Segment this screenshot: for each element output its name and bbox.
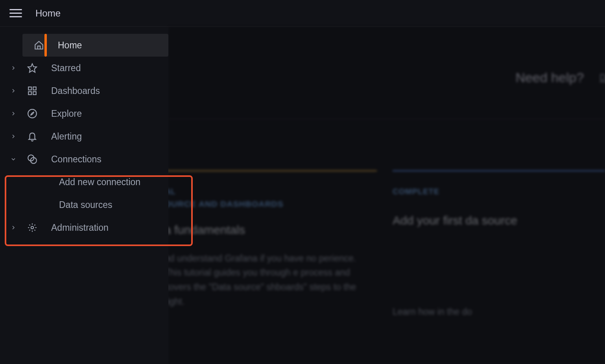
svg-point-7: [31, 226, 34, 229]
chevron-right-icon: [10, 133, 17, 140]
bell-icon: [27, 131, 37, 142]
svg-rect-2: [28, 92, 31, 95]
svg-rect-1: [33, 87, 36, 90]
sidebar-item-alerting[interactable]: Alerting: [0, 125, 168, 148]
sidebar-item-label: Starred: [51, 63, 81, 74]
chevron-right-icon: [10, 110, 17, 117]
sidebar-subitem-data-sources[interactable]: Data sources: [0, 193, 168, 216]
chevron-down-icon: [10, 156, 17, 162]
svg-rect-3: [33, 92, 36, 95]
chevron-right-icon: [10, 224, 17, 231]
svg-point-4: [28, 109, 37, 118]
sidebar-subitem-add-connection[interactable]: Add new connection: [0, 171, 168, 193]
gear-icon: [27, 222, 37, 233]
compass-icon: [27, 108, 37, 119]
sidebar-item-label: Explore: [51, 108, 82, 119]
svg-rect-0: [28, 87, 31, 90]
sidebar-item-label: Connections: [51, 154, 101, 165]
home-icon: [34, 40, 44, 50]
menu-toggle[interactable]: [8, 7, 24, 19]
sidebar-item-label: Alerting: [51, 131, 82, 142]
main-content: Need help? Docu AL OURCE AND DASHBOARDS …: [168, 27, 605, 364]
sidebar-subitem-label: Add new connection: [59, 177, 140, 188]
breadcrumb[interactable]: Home: [35, 8, 61, 19]
sidebar-item-home[interactable]: Home: [22, 34, 168, 57]
star-icon: [27, 63, 37, 73]
hamburger-icon: [9, 9, 22, 10]
grid-icon: [27, 86, 37, 96]
sidebar-item-explore[interactable]: Explore: [0, 102, 168, 125]
chevron-right-icon: [10, 88, 17, 94]
sidebar-item-administration[interactable]: Administration: [0, 216, 168, 239]
sidebar: Home Starred: [0, 27, 168, 364]
plug-icon: [27, 154, 37, 164]
sidebar-subitem-label: Data sources: [59, 200, 113, 210]
sidebar-item-label: Administration: [51, 222, 109, 233]
chevron-right-icon: [10, 65, 17, 71]
sidebar-item-starred[interactable]: Starred: [0, 57, 168, 79]
sidebar-item-label: Home: [58, 40, 82, 51]
sidebar-item-dashboards[interactable]: Dashboards: [0, 79, 168, 102]
sidebar-item-connections[interactable]: Connections: [0, 148, 168, 171]
sidebar-item-label: Dashboards: [51, 86, 100, 96]
